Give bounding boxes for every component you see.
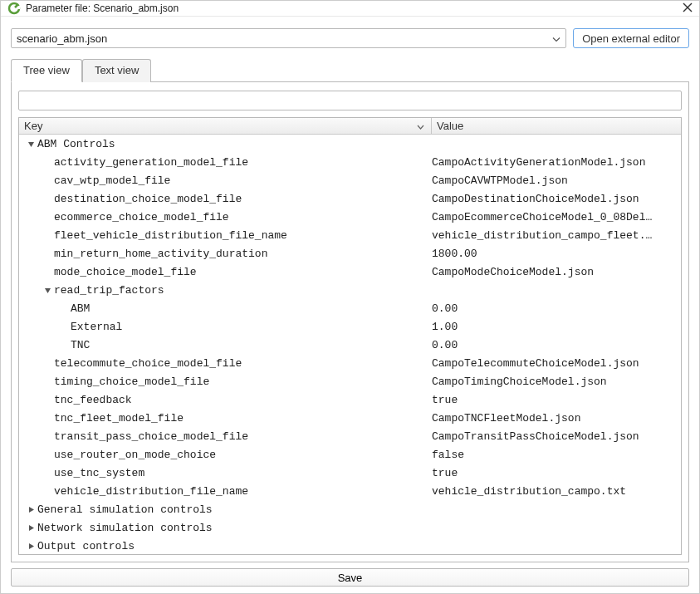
tree-row[interactable]: telecommute_choice_model_fileCampoTeleco… — [19, 354, 681, 372]
tree-row-key: timing_choice_model_file — [19, 376, 432, 388]
tree-row-key-label: min_return_home_activity_duration — [54, 248, 267, 260]
tree-row[interactable]: timing_choice_model_fileCampoTimingChoic… — [19, 372, 681, 390]
tree-row-key: read_trip_factors — [19, 284, 432, 297]
tree-row-value: CampoCAVWTPModel.json — [432, 174, 681, 187]
tree-row-value: vehicle_distribution_campo_fleet.… — [432, 229, 681, 242]
tree-row[interactable]: General simulation controls — [19, 500, 681, 518]
tree-row-key-label: TNC — [71, 339, 90, 351]
tree-row[interactable]: cav_wtp_model_fileCampoCAVWTPModel.json — [19, 171, 681, 189]
app-icon — [7, 2, 21, 15]
dialog-window: Parameter file: Scenario_abm.json scenar… — [0, 0, 700, 594]
tree-rows[interactable]: ABM Controlsactivity_generation_model_fi… — [19, 135, 681, 554]
tab-container: Tree view Text view Key Value ABM C — [1, 58, 699, 562]
tree-row[interactable]: vehicle_distribution_file_namevehicle_di… — [19, 482, 681, 500]
tree-row-key-label: use_router_on_mode_choice — [54, 449, 216, 461]
tree-row-key: ABM Controls — [19, 138, 432, 150]
tree-row-key-label: activity_generation_model_file — [54, 156, 248, 169]
svg-marker-5 — [28, 142, 34, 147]
tree-row-value: 1.00 — [432, 321, 681, 333]
tree-row-value: CampoModeChoiceModel.json — [432, 266, 681, 278]
expander-closed-icon[interactable] — [26, 542, 36, 550]
tree-row-value: CampoActivityGenerationModel.json — [432, 156, 681, 169]
tree-row-value: CampoTNCFleetModel.json — [432, 412, 681, 425]
tree-row[interactable]: use_router_on_mode_choicefalse — [19, 445, 681, 464]
tree-row-key: General simulation controls — [19, 503, 432, 516]
tree-row-value: CampoTelecommuteChoiceModel.json — [432, 357, 681, 370]
svg-marker-8 — [29, 525, 34, 531]
tree-row[interactable]: transit_pass_choice_model_fileCampoTrans… — [19, 427, 681, 445]
tab-tree-view[interactable]: Tree view — [11, 59, 82, 82]
tree-row-key: fleet_vehicle_distribution_file_name — [19, 229, 432, 242]
tree-row-key-label: Output controls — [37, 540, 135, 552]
tree-row-key: tnc_feedback — [19, 394, 432, 406]
tree-row[interactable]: ecommerce_choice_model_fileCampoEcommerc… — [19, 208, 681, 226]
file-select-dropdown[interactable]: scenario_abm.json — [11, 28, 566, 48]
toolbar: scenario_abm.json Open external editor — [1, 17, 699, 58]
open-external-editor-button[interactable]: Open external editor — [573, 28, 689, 48]
tree-row-key-label: tnc_fleet_model_file — [54, 412, 184, 425]
tree-row[interactable]: Output controls — [19, 537, 681, 554]
tree-row[interactable]: tnc_feedbacktrue — [19, 390, 681, 409]
tree-row[interactable]: TNC0.00 — [19, 336, 681, 354]
tree-row-key-label: vehicle_distribution_file_name — [54, 485, 248, 498]
tree-row-key: telecommute_choice_model_file — [19, 357, 432, 370]
column-header-key-label: Key — [24, 120, 42, 132]
save-button[interactable]: Save — [11, 568, 689, 587]
expander-closed-icon[interactable] — [26, 524, 36, 532]
tree-row[interactable]: fleet_vehicle_distribution_file_namevehi… — [19, 226, 681, 244]
tree-row-key-label: Network simulation controls — [37, 522, 213, 534]
search-input[interactable] — [18, 91, 682, 110]
tree-row-key: External — [19, 321, 432, 333]
tree-row-value: CampoTimingChoiceModel.json — [432, 376, 681, 388]
tree-row-key: use_tnc_system — [19, 467, 432, 479]
tree-row-key-label: fleet_vehicle_distribution_file_name — [54, 229, 287, 242]
tree-row-key: tnc_fleet_model_file — [19, 412, 432, 425]
file-select-value: scenario_abm.json — [17, 32, 107, 45]
expander-closed-icon[interactable] — [26, 506, 36, 513]
window-title: Parameter file: Scenario_abm.json — [26, 2, 669, 14]
tree-row-key: use_router_on_mode_choice — [19, 449, 432, 461]
tree-row-key-label: destination_choice_model_file — [54, 193, 242, 205]
column-header-value[interactable]: Value — [432, 120, 681, 132]
tree-row[interactable]: Network simulation controls — [19, 518, 681, 537]
tree-row[interactable]: activity_generation_model_fileCampoActiv… — [19, 153, 681, 171]
tree-row-key-label: telecommute_choice_model_file — [54, 357, 242, 370]
sort-indicator-icon — [417, 120, 424, 132]
chevron-down-icon — [552, 32, 560, 45]
tab-text-view[interactable]: Text view — [82, 59, 151, 82]
tree-row[interactable]: mode_choice_model_fileCampoModeChoiceMod… — [19, 263, 681, 281]
tree-row-key-label: tnc_feedback — [54, 394, 132, 406]
tree-row-key-label: transit_pass_choice_model_file — [54, 430, 248, 443]
tree-row-key-label: ABM — [71, 302, 90, 315]
expander-open-icon[interactable] — [42, 287, 52, 294]
tree-row-key-label: cav_wtp_model_file — [54, 174, 170, 187]
tree-row-key-label: read_trip_factors — [54, 284, 164, 297]
tree-row[interactable]: External1.00 — [19, 317, 681, 336]
tree-row-key-label: External — [71, 321, 122, 333]
tree-row-value: false — [432, 449, 681, 461]
column-header-key[interactable]: Key — [19, 118, 432, 134]
tree-row-key: ecommerce_choice_model_file — [19, 211, 432, 223]
tree-row[interactable]: tnc_fleet_model_fileCampoTNCFleetModel.j… — [19, 409, 681, 427]
expander-open-icon[interactable] — [26, 140, 36, 148]
tree-row[interactable]: ABM0.00 — [19, 299, 681, 317]
tree-row-key-label: ecommerce_choice_model_file — [54, 211, 229, 223]
tree-row[interactable]: read_trip_factors — [19, 281, 681, 299]
tree-row[interactable]: destination_choice_model_fileCampoDestin… — [19, 189, 681, 208]
tree-row[interactable]: ABM Controls — [19, 135, 681, 153]
tree-row-value: vehicle_distribution_campo.txt — [432, 485, 681, 498]
tree-row-key: Network simulation controls — [19, 522, 432, 534]
tree-row-key: min_return_home_activity_duration — [19, 248, 432, 260]
titlebar: Parameter file: Scenario_abm.json — [1, 1, 699, 17]
svg-marker-7 — [29, 507, 34, 513]
tree-row-value: CampoEcommerceChoiceModel_0_08Del… — [432, 211, 681, 223]
tree-row[interactable]: use_tnc_systemtrue — [19, 464, 681, 482]
tree-row-key: activity_generation_model_file — [19, 156, 432, 169]
footer: Save — [1, 562, 699, 593]
close-button[interactable] — [669, 2, 693, 15]
tree-row-key: ABM — [19, 302, 432, 315]
tree-row-value: 0.00 — [432, 302, 681, 315]
tree-row-key: TNC — [19, 339, 432, 351]
tree-row[interactable]: min_return_home_activity_duration1800.00 — [19, 244, 681, 263]
tree-row-key: mode_choice_model_file — [19, 266, 432, 278]
